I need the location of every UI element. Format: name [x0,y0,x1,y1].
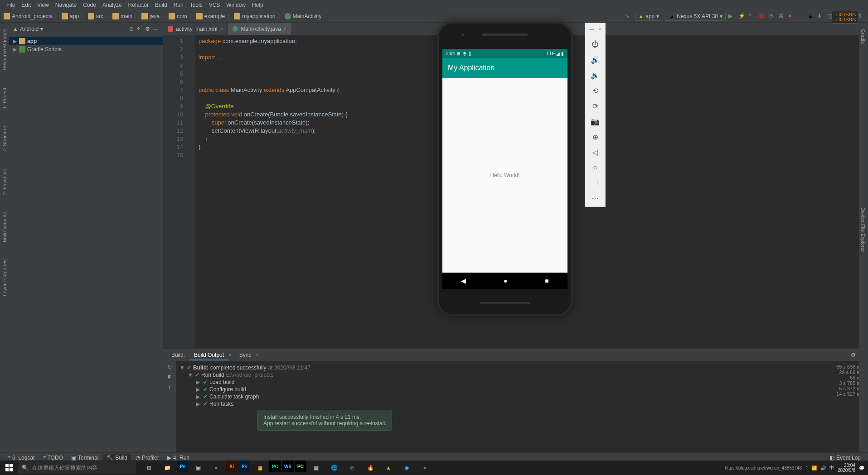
menu-refactor[interactable]: Refactor [126,1,151,9]
build-row[interactable]: ▼✔ Build: completed successfully at 2020… [176,364,823,371]
apply-changes-icon[interactable]: ⚡ [738,13,746,20]
android-studio-icon[interactable]: ▲ [380,461,397,475]
expand-icon[interactable]: ▶ [13,46,17,53]
tray-vol-icon[interactable]: 🔊 [820,465,826,470]
rotate-left-icon[interactable]: ⟲ [591,86,600,95]
crumb-class[interactable]: MainActivity [285,13,322,19]
menu-tools[interactable]: Tools [187,1,205,9]
illustrator-icon[interactable]: Ai [226,461,238,472]
run-icon[interactable]: ▶ [728,13,736,20]
project-tab[interactable]: 1: Project [1,86,8,110]
menu-run[interactable]: Run [171,1,186,9]
close-icon[interactable]: × [598,27,601,32]
crumb-app-pkg[interactable]: myapplication〉 [234,12,282,20]
volume-down-icon[interactable]: 🔉 [591,71,600,80]
crumb-src[interactable]: src〉 [88,12,111,20]
search-box[interactable]: 🔍 在这里输入你要搜索的内容 [18,461,136,474]
expand-icon[interactable]: ▶ [13,38,17,44]
chrome-icon[interactable]: 🌐 [325,461,343,475]
start-button[interactable] [0,461,18,475]
menu-code[interactable]: Code [80,1,99,9]
close-icon[interactable]: × [220,26,223,32]
webstorm-icon[interactable]: WS [282,461,294,472]
tab-mainactivity-java[interactable]: MainActivity.java × [228,23,292,35]
rerun-icon[interactable]: ↻ [167,364,172,370]
app4-icon[interactable]: 🔥 [362,461,379,475]
debug-icon[interactable]: 🐞 [758,13,766,20]
menu-navigate[interactable]: Navigate [53,1,79,9]
crumb-java[interactable]: java〉 [141,12,167,20]
build-output-tab[interactable]: Build Output [189,350,228,360]
avd-icon[interactable]: 📱 [807,13,815,20]
menu-edit[interactable]: Edit [19,1,34,9]
pycharm-icon[interactable]: PC [269,461,281,472]
device-explorer-tab[interactable]: Device File Explorer [859,206,867,254]
stop-icon[interactable]: ■ [788,13,795,20]
app5-icon[interactable]: ◉ [398,461,415,475]
expand-icon[interactable]: ↕ [168,384,171,390]
build-row[interactable]: ▶✔ Load build [176,379,823,386]
tray-input-icon[interactable]: 中 [829,465,834,471]
gear-icon[interactable]: ⚙ [851,352,856,358]
note-icon[interactable]: ▦ [251,461,268,475]
attach-icon[interactable]: ⌘ [778,13,786,20]
power-icon[interactable]: ⏻ [591,40,600,49]
target-icon[interactable]: ⊙ [129,26,136,32]
crumb-app[interactable]: app〉 [62,12,86,20]
build-variants-tab[interactable]: Build Variants [1,210,8,244]
crumb-com[interactable]: com〉 [169,12,194,20]
sync-icon[interactable]: ↘ [625,13,632,20]
app-icon[interactable]: ▣ [189,461,207,475]
menu-help[interactable]: Help [249,1,266,9]
app3-icon[interactable]: ◎ [344,461,361,475]
screenshot-icon[interactable]: 📷 [591,117,600,126]
crumb-root[interactable]: Android_projects〉 [4,12,60,20]
overview-icon[interactable]: □ [591,178,600,187]
home-button[interactable]: ● [504,277,507,284]
build-row[interactable]: ▶✔ Calculate task graph [176,393,823,400]
record2-icon[interactable]: ● [416,461,433,475]
tray-up-icon[interactable]: ˄ [805,465,808,470]
record-icon[interactable]: ● [208,461,225,475]
tree-node-gradle[interactable]: ▶ Gradle Scripts [9,45,163,53]
close-icon[interactable]: × [256,352,259,358]
menu-build[interactable]: Build [152,1,170,9]
more-icon[interactable]: ⋯ [591,194,600,203]
crumb-example[interactable]: example〉 [196,12,232,20]
collapse-icon[interactable]: ÷ [137,26,143,32]
tree-node-app[interactable]: ▶ app [9,37,163,45]
rotate-right-icon[interactable]: ⟳ [591,101,600,110]
menu-view[interactable]: View [34,1,52,9]
menu-window[interactable]: Window [223,1,248,9]
back-button[interactable]: ◀ [461,277,466,284]
run-config-dropdown[interactable]: ▲app▾ [635,12,662,21]
chevron-down-icon[interactable]: ▾ [40,26,43,32]
build-row[interactable]: ▶✔ Run tasks [176,400,823,408]
crumb-main[interactable]: main〉 [112,12,140,20]
layout-captures-tab[interactable]: Layout Captures [1,258,8,298]
menu-analyze[interactable]: Analyze [100,1,125,9]
tab-activity-main-xml[interactable]: activity_main.xml × [163,23,228,35]
app2-icon[interactable]: ▦ [307,461,325,475]
phone-screen[interactable]: 3:04⚙⛨▯ LTE ◢ ▮ My Application Hello Wor… [442,49,567,289]
clock[interactable]: 23:04 2020/9/8 [838,463,855,473]
zoom-icon[interactable]: ⊕ [591,132,600,141]
device-dropdown[interactable]: 📱Nexus 5X API 30▾ [665,12,726,21]
notification-icon[interactable]: 💬 [859,465,864,470]
apply-code-icon[interactable]: ≡ [748,13,756,20]
back-icon[interactable]: ◁ [591,148,600,157]
home-icon[interactable]: ○ [591,163,600,172]
gear-icon[interactable]: ⚙ [145,26,151,32]
volume-up-icon[interactable]: 🔊 [591,55,600,64]
menu-vcs[interactable]: VCS [206,1,223,9]
photoshop-icon[interactable]: Ps [177,461,189,472]
gradle-tab[interactable]: Gradle [859,27,867,46]
recents-button[interactable]: ■ [545,277,548,284]
resource-manager-tab[interactable]: Resource Manager [1,26,8,72]
ps-icon-2[interactable]: Ps [238,461,250,472]
structure-tab[interactable]: 7: Structure [1,124,8,154]
hide-icon[interactable]: — [153,26,159,32]
pycharm2-icon[interactable]: PC [295,461,306,472]
build-sync-tab[interactable]: Sync [235,350,256,360]
build-row[interactable]: ▼✔ Run build E:\Android_projects [176,371,823,379]
